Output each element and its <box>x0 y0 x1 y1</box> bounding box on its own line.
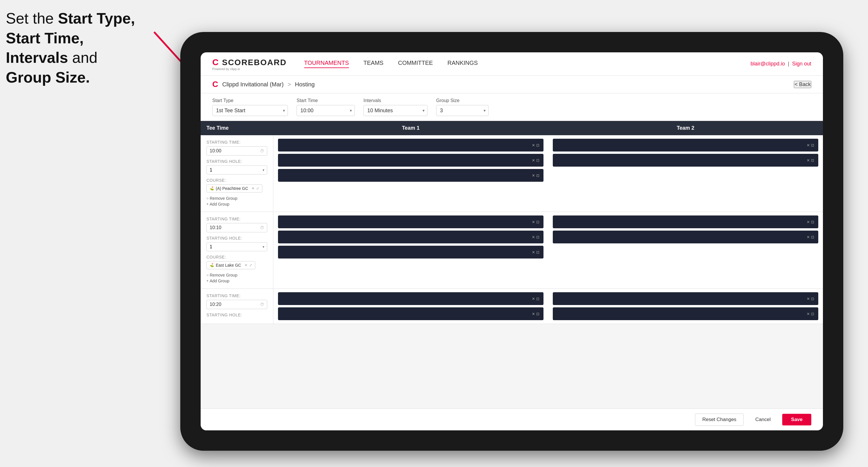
add-group-button[interactable]: + Add Group <box>207 201 229 207</box>
cancel-button[interactable]: Cancel <box>748 414 778 426</box>
start-type-field: Start Type 1st Tee Start <box>212 98 288 116</box>
player-row: ✕ ⊡ <box>553 215 818 228</box>
starting-time-input[interactable] <box>210 148 233 154</box>
course-remove-button[interactable]: ✕ <box>245 263 247 267</box>
remove-group-button[interactable]: ○ Remove Group <box>207 195 237 201</box>
course-expand-button[interactable]: ⤢ <box>249 263 252 267</box>
group-actions: ○ Remove Group + Add Group <box>207 272 267 284</box>
remove-group-button[interactable]: ○ Remove Group <box>207 272 237 278</box>
player-expand-icon[interactable]: ⊡ <box>536 235 539 239</box>
save-button[interactable]: Save <box>782 414 811 426</box>
start-time-select[interactable]: 10:00 <box>297 105 355 116</box>
group-3-left-panel: STARTING TIME: ⏱ STARTING HOLE: <box>200 289 273 324</box>
course-tag: ⛳ (A) Peachtree GC ✕ ⤢ <box>207 184 262 192</box>
player-remove-icon[interactable]: ✕ <box>807 312 810 316</box>
player-row: ✕ ⊡ <box>553 307 818 320</box>
player-remove-icon[interactable]: ✕ <box>532 173 535 178</box>
player-row: ✕ ⊡ <box>278 292 544 305</box>
starting-time-input-wrapper: ⏱ <box>207 223 267 232</box>
nav-teams[interactable]: TEAMS <box>364 60 383 68</box>
starting-hole-label: STARTING HOLE: <box>207 236 267 241</box>
starting-hole-select[interactable]: 1 <box>207 242 267 251</box>
player-expand-icon[interactable]: ⊡ <box>536 158 539 162</box>
tablet-device: C SCOREBOARD Powered by clipp.io TOURNAM… <box>180 32 843 451</box>
intervals-select[interactable]: 10 Minutes <box>364 105 428 116</box>
starting-time-input[interactable] <box>210 302 233 307</box>
player-remove-icon[interactable]: ✕ <box>532 235 535 239</box>
nav-rankings[interactable]: RANKINGS <box>447 60 478 68</box>
player-remove-icon[interactable]: ✕ <box>532 250 535 254</box>
player-expand-icon[interactable]: ⊡ <box>811 297 814 301</box>
nav-committee[interactable]: COMMITTEE <box>398 60 433 68</box>
starting-time-label: STARTING TIME: <box>207 293 267 298</box>
col-team1: Team 1 <box>273 121 548 135</box>
back-button[interactable]: Back <box>794 81 811 88</box>
player-expand-icon[interactable]: ⊡ <box>811 312 814 316</box>
course-remove-button[interactable]: ✕ <box>251 186 254 190</box>
col-team2: Team 2 <box>548 121 823 135</box>
group-size-field: Group Size 3 <box>436 98 489 116</box>
navbar: C SCOREBOARD Powered by clipp.io TOURNAM… <box>200 52 823 75</box>
player-row: ✕ ⊡ <box>553 139 818 152</box>
settings-row: Start Type 1st Tee Start Start Time 10:0… <box>200 93 823 121</box>
player-remove-icon[interactable]: ✕ <box>532 220 535 224</box>
player-remove-icon[interactable]: ✕ <box>807 143 810 148</box>
starting-hole-label: STARTING HOLE: <box>207 313 267 317</box>
annotation-line2: Start Time, <box>6 30 84 46</box>
player-expand-icon[interactable]: ⊡ <box>536 220 539 224</box>
annotation-bold1: Start Type, <box>58 10 135 27</box>
player-expand-icon[interactable]: ⊡ <box>811 158 814 162</box>
player-expand-icon[interactable]: ⊡ <box>536 312 539 316</box>
starting-time-input[interactable] <box>210 225 233 230</box>
tablet-screen: C SCOREBOARD Powered by clipp.io TOURNAM… <box>200 52 823 430</box>
nav-tournaments[interactable]: TOURNAMENTS <box>304 60 349 68</box>
breadcrumb: Clippd Invitational (Mar) > Hosting <box>222 81 315 88</box>
player-expand-icon[interactable]: ⊡ <box>536 297 539 301</box>
logo-text: C SCOREBOARD <box>212 57 287 67</box>
group-2-team2-cell: ✕ ⊡ ✕ ⊡ <box>548 212 823 288</box>
starting-hole-select[interactable]: 1 <box>207 165 267 175</box>
course-expand-button[interactable]: ⤢ <box>256 186 259 190</box>
reset-changes-button[interactable]: Reset Changes <box>695 413 744 426</box>
table-header: Tee Time Team 1 Team 2 <box>200 121 823 135</box>
player-expand-icon[interactable]: ⊡ <box>536 143 539 148</box>
player-row: ✕ ⊡ <box>278 215 544 228</box>
player-expand-icon[interactable]: ⊡ <box>811 143 814 148</box>
player-remove-icon[interactable]: ✕ <box>807 158 810 162</box>
player-row: ✕ ⊡ <box>278 139 544 152</box>
group-size-select[interactable]: 3 <box>436 105 489 116</box>
player-remove-icon[interactable]: ✕ <box>532 158 535 162</box>
start-time-label: Start Time <box>297 98 355 103</box>
group-3-team1-cell: ✕ ⊡ ✕ ⊡ <box>273 289 548 324</box>
clock-icon: ⏱ <box>260 225 264 230</box>
course-name: (A) Peachtree GC <box>216 186 248 191</box>
player-expand-icon[interactable]: ⊡ <box>811 235 814 239</box>
player-remove-icon[interactable]: ✕ <box>532 312 535 316</box>
starting-time-label: STARTING TIME: <box>207 217 267 221</box>
group-3-team2-cell: ✕ ⊡ ✕ ⊡ <box>548 289 823 324</box>
sign-out-link[interactable]: Sign out <box>792 61 811 67</box>
player-remove-icon[interactable]: ✕ <box>532 143 535 148</box>
player-expand-icon[interactable]: ⊡ <box>536 173 539 178</box>
start-type-label: Start Type <box>212 98 288 103</box>
nav-right: blair@clippd.io | Sign out <box>750 61 811 67</box>
start-time-field: Start Time 10:00 <box>297 98 355 116</box>
clock-icon: ⏱ <box>260 149 264 153</box>
player-remove-icon[interactable]: ✕ <box>807 235 810 239</box>
course-name: East Lake GC <box>216 263 241 268</box>
player-row: ✕ ⊡ <box>278 169 544 182</box>
col-tee-time: Tee Time <box>200 121 273 135</box>
tournament-name: Clippd Invitational (Mar) <box>222 81 283 88</box>
player-remove-icon[interactable]: ✕ <box>807 220 810 224</box>
player-row: ✕ ⊡ <box>278 307 544 320</box>
sub-header: C Clippd Invitational (Mar) > Hosting Ba… <box>200 75 823 93</box>
course-icon: ⛳ <box>210 263 214 267</box>
player-remove-icon[interactable]: ✕ <box>532 297 535 301</box>
group-row: STARTING TIME: ⏱ STARTING HOLE: 1 COURSE… <box>200 212 823 289</box>
start-type-select[interactable]: 1st Tee Start <box>212 105 288 116</box>
course-label: COURSE: <box>207 178 267 183</box>
add-group-button[interactable]: + Add Group <box>207 278 229 284</box>
player-remove-icon[interactable]: ✕ <box>807 297 810 301</box>
player-expand-icon[interactable]: ⊡ <box>536 250 539 254</box>
player-expand-icon[interactable]: ⊡ <box>811 220 814 224</box>
